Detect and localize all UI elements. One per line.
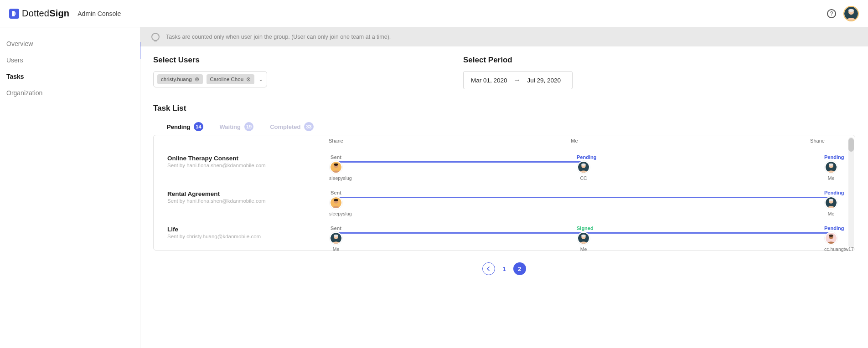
node-status: Signed <box>577 225 590 231</box>
period-to: Jul 29, 2020 <box>527 77 561 84</box>
node-avatar <box>330 161 342 174</box>
arrow-right-icon: → <box>514 76 521 84</box>
select-users-title: Select Users <box>153 56 445 65</box>
task-info: Rental Agreement Sent by hani.fiona.shen… <box>167 190 336 204</box>
topbar-right: ? <box>827 6 859 21</box>
timeline-node: Signed Me <box>577 225 590 252</box>
task-list-title: Task List <box>153 104 855 113</box>
select-users-block: Select Users christy.huang⊗Caroline Chou… <box>153 56 445 89</box>
select-users-dropdown[interactable]: christy.huang⊗Caroline Chou⊗⌄ <box>153 71 267 87</box>
chip-label: Caroline Chou <box>210 77 244 82</box>
tab-label: Completed <box>270 123 300 130</box>
task-title: Online Therapy Consent <box>167 155 336 162</box>
select-period-title: Select Period <box>463 56 512 65</box>
task-info: Online Therapy Consent Sent by hani.fion… <box>167 155 336 168</box>
node-who: sleepyslug <box>329 175 343 181</box>
node-avatar <box>825 196 837 209</box>
node-avatar <box>577 161 590 174</box>
node-avatar <box>330 232 342 245</box>
node-status: Pending <box>824 190 838 195</box>
node-who: Me <box>824 211 838 216</box>
node-status: Pending <box>824 154 838 160</box>
logo-text: DottedSign <box>22 8 69 19</box>
pagination-page-2[interactable]: 2 <box>513 262 526 275</box>
task-row[interactable]: Life Sent by christy.huang@kdanmobile.co… <box>154 215 849 250</box>
scrollbar-thumb[interactable] <box>848 138 854 152</box>
sidebar-item-tasks[interactable]: Tasks <box>0 68 140 85</box>
user-chip: christy.huang⊗ <box>157 74 203 84</box>
node-status: Sent <box>329 154 343 160</box>
chip-label: christy.huang <box>161 77 192 82</box>
timeline-node: Sent Me <box>329 225 343 252</box>
tab-completed[interactable]: Completed33 <box>270 122 313 131</box>
info-banner: Tasks are counted only when user join th… <box>140 27 868 46</box>
topbar: DottedSign Admin Console ? <box>0 0 868 27</box>
filters-row: Select Users christy.huang⊗Caroline Chou… <box>140 46 868 93</box>
node-who: Me <box>577 246 590 252</box>
task-subtitle: Sent by hani.fiona.shen@kdanmobile.com <box>167 163 336 168</box>
logo[interactable]: DottedSign <box>9 8 69 19</box>
timeline-node: Sent sleepyslug <box>329 154 343 181</box>
help-icon[interactable]: ? <box>827 9 836 18</box>
timeline-line <box>336 161 584 163</box>
scrollbar-track[interactable] <box>848 137 854 248</box>
pagination-page-1[interactable]: 1 <box>502 266 506 272</box>
tab-label: Pending <box>167 123 190 130</box>
context-right: Shane <box>804 138 831 143</box>
sidebar-item-users[interactable]: Users <box>0 52 140 68</box>
main-content: Tasks are counted only when user join th… <box>140 27 868 348</box>
sidebar: OverviewUsersTasksOrganization <box>0 27 140 348</box>
task-row[interactable]: Online Therapy Consent Sent by hani.fion… <box>154 143 849 179</box>
chevron-down-icon: ⌄ <box>258 76 263 82</box>
tab-pending[interactable]: Pending14 <box>167 122 203 131</box>
timeline-node: Sent sleepyslug <box>329 190 343 216</box>
logo-text-sign: Sign <box>49 8 69 18</box>
context-mid: Me <box>345 138 804 143</box>
node-status: Pending <box>577 154 590 160</box>
task-row[interactable]: Rental Agreement Sent by hani.fiona.shen… <box>154 179 849 215</box>
task-timeline: Sent sleepyslug Pending CC Pending Me <box>336 148 831 174</box>
tab-label: Waiting <box>220 123 241 130</box>
node-who: cc.huangtw17 <box>824 246 838 252</box>
node-who: Me <box>329 246 343 252</box>
user-avatar[interactable] <box>843 6 859 21</box>
task-timeline: Sent Me Signed Me Pending cc.huangtw17 <box>336 219 831 246</box>
task-panel: Shane Me Shane Online Therapy Consent Se… <box>153 135 855 251</box>
task-title: Life <box>167 226 336 233</box>
tab-badge: 14 <box>194 122 203 131</box>
timeline-context-row: Shane Me Shane <box>154 135 849 143</box>
node-who: sleepyslug <box>329 211 343 216</box>
task-list-section: Task List Pending14Waiting19Completed33 … <box>140 93 868 287</box>
task-subtitle: Sent by christy.huang@kdanmobile.com <box>167 234 336 239</box>
logo-text-dotted: Dotted <box>22 8 49 18</box>
info-banner-text: Tasks are counted only when user join th… <box>166 34 391 40</box>
task-tabs: Pending14Waiting19Completed33 <box>153 122 855 131</box>
timeline-node: Pending CC <box>577 154 590 181</box>
context-left: Shane <box>327 138 345 143</box>
pagination-prev[interactable] <box>482 262 495 275</box>
timeline-node: Pending Me <box>824 154 838 181</box>
node-who: CC <box>577 175 590 181</box>
svg-rect-0 <box>12 11 15 16</box>
node-status: Sent <box>329 190 343 195</box>
chip-remove-icon[interactable]: ⊗ <box>246 76 251 82</box>
tab-badge: 33 <box>304 122 313 131</box>
task-timeline: Sent sleepyslug Pending Me <box>336 184 831 210</box>
logo-mark-icon <box>9 9 19 19</box>
node-avatar <box>330 196 342 209</box>
node-avatar <box>577 232 590 245</box>
node-avatar <box>825 161 837 174</box>
task-title: Rental Agreement <box>167 190 336 197</box>
task-info: Life Sent by christy.huang@kdanmobile.co… <box>167 226 336 239</box>
sidebar-item-organization[interactable]: Organization <box>0 85 140 101</box>
sidebar-item-overview[interactable]: Overview <box>0 36 140 52</box>
chip-remove-icon[interactable]: ⊗ <box>195 76 199 82</box>
tab-waiting[interactable]: Waiting19 <box>220 122 254 131</box>
node-status: Sent <box>329 225 343 231</box>
node-who: Me <box>824 175 838 181</box>
select-period-block: Select Period Mar 01, 2020 → Jul 29, 202… <box>463 56 855 89</box>
tab-badge: 19 <box>244 122 253 131</box>
period-picker[interactable]: Mar 01, 2020 → Jul 29, 2020 <box>463 71 573 89</box>
topbar-left: DottedSign Admin Console <box>9 8 121 19</box>
period-from: Mar 01, 2020 <box>471 77 507 84</box>
